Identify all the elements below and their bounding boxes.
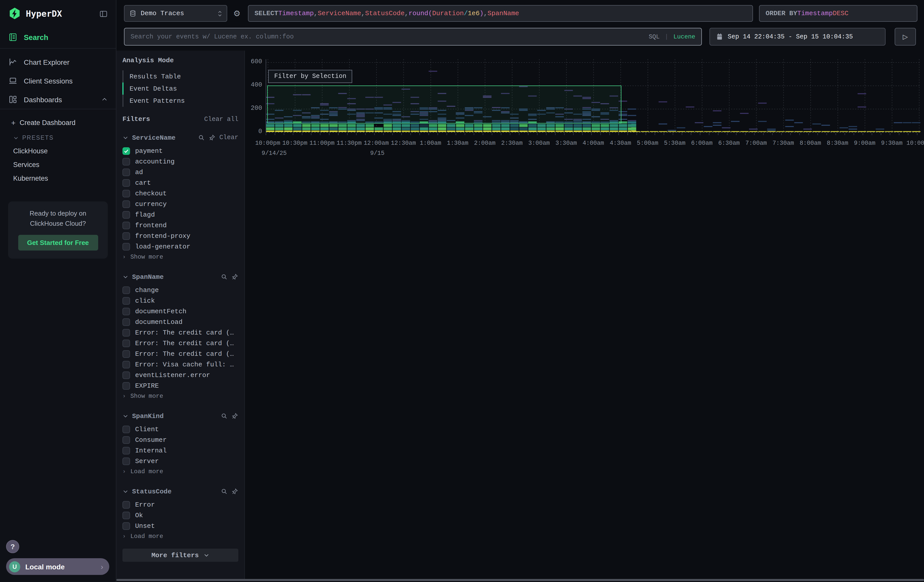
pin-icon[interactable] xyxy=(231,488,238,495)
presets-toggle[interactable]: PRESETS xyxy=(0,131,116,144)
sidebar-item-dashboards[interactable]: Dashboards xyxy=(0,90,116,109)
filter-option[interactable]: Error xyxy=(122,500,238,510)
filter-option[interactable]: frontend-proxy xyxy=(122,231,238,241)
sidebar-item-services[interactable]: Services xyxy=(0,158,116,171)
filter-option[interactable]: payment xyxy=(122,146,238,157)
local-mode-button[interactable]: U Local mode › xyxy=(6,558,109,575)
filter-option[interactable]: EXPIRE xyxy=(122,381,238,391)
checkbox[interactable] xyxy=(122,329,130,336)
checkbox[interactable] xyxy=(122,297,130,305)
checkbox[interactable] xyxy=(122,222,130,229)
checkbox[interactable] xyxy=(122,361,130,368)
chevron-down-icon[interactable] xyxy=(122,413,129,419)
filter-option[interactable]: load-generator xyxy=(122,241,238,252)
filter-option[interactable]: Unset xyxy=(122,521,238,531)
show-more-button[interactable]: ›Show more xyxy=(122,391,238,401)
filter-option[interactable]: Error: The credit card (… xyxy=(122,327,238,338)
filter-option[interactable]: checkout xyxy=(122,188,238,199)
clear-button[interactable]: Clear xyxy=(219,134,238,141)
get-started-button[interactable]: Get Started for Free xyxy=(18,235,98,251)
checkbox[interactable] xyxy=(122,158,130,165)
date-range-picker[interactable]: Sep 14 22:04:35 - Sep 15 10:04:35 xyxy=(710,28,886,46)
checkbox[interactable] xyxy=(122,522,130,530)
checkbox[interactable] xyxy=(122,243,130,251)
checkbox[interactable] xyxy=(122,190,130,197)
filter-option[interactable]: Server xyxy=(122,456,238,467)
filter-by-selection-tooltip[interactable]: Filter by Selection xyxy=(268,70,352,83)
orderby-input[interactable]: ORDER BY Timestamp DESC xyxy=(759,5,917,22)
mode-event-patterns[interactable]: Event Patterns xyxy=(122,95,238,107)
checkbox[interactable] xyxy=(122,436,130,444)
checkbox[interactable] xyxy=(122,512,130,519)
filter-option[interactable]: flagd xyxy=(122,209,238,220)
filter-option[interactable]: cart xyxy=(122,178,238,188)
more-filters-button[interactable]: More filters xyxy=(122,549,238,562)
checkbox[interactable] xyxy=(122,179,130,187)
checkbox[interactable] xyxy=(122,501,130,509)
search-icon[interactable] xyxy=(221,412,228,420)
mode-results-table[interactable]: Results Table xyxy=(122,70,238,82)
filter-option[interactable]: eventListener.error xyxy=(122,370,238,381)
filter-group-name[interactable]: SpanKind xyxy=(132,412,217,420)
search-icon[interactable] xyxy=(221,488,228,495)
filter-option[interactable]: ad xyxy=(122,167,238,178)
checkbox[interactable] xyxy=(122,447,130,455)
lang-toggle-lucene[interactable]: Lucene xyxy=(673,33,695,40)
chevron-up-icon[interactable] xyxy=(101,96,108,103)
filter-option[interactable]: documentFetch xyxy=(122,306,238,317)
create-dashboard-button[interactable]: + Create Dashboard xyxy=(0,114,116,131)
checkbox[interactable] xyxy=(122,287,130,294)
filter-option[interactable]: frontend xyxy=(122,220,238,231)
checkbox[interactable] xyxy=(122,211,130,219)
checkbox[interactable] xyxy=(122,457,130,465)
sidebar-item-clickhouse[interactable]: ClickHouse xyxy=(0,144,116,158)
checkbox[interactable] xyxy=(122,308,130,315)
chevron-down-icon[interactable] xyxy=(122,274,129,280)
filter-option[interactable]: Error: The credit card (… xyxy=(122,349,238,359)
checkbox[interactable] xyxy=(122,425,130,433)
run-query-button[interactable]: ▷ xyxy=(895,28,916,46)
sidebar-item-search[interactable]: Search xyxy=(0,26,116,48)
select-query-input[interactable]: SELECT Timestamp, ServiceName, StatusCod… xyxy=(248,5,753,22)
checkbox[interactable] xyxy=(122,147,130,155)
pin-icon[interactable] xyxy=(231,273,238,280)
checkbox[interactable] xyxy=(122,371,130,379)
search-icon[interactable] xyxy=(198,134,205,141)
filter-option[interactable]: click xyxy=(122,295,238,306)
filter-option[interactable]: change xyxy=(122,285,238,295)
filter-group-name[interactable]: SpanName xyxy=(132,273,217,280)
filter-group-name[interactable]: StatusCode xyxy=(132,488,217,495)
filter-option[interactable]: documentLoad xyxy=(122,317,238,327)
show-more-button[interactable]: ›Load more xyxy=(122,467,238,477)
heatmap-plot[interactable]: Filter by Selection xyxy=(266,58,921,136)
filter-option[interactable]: Client xyxy=(122,424,238,435)
search-icon[interactable] xyxy=(221,273,228,280)
filter-option[interactable]: currency xyxy=(122,199,238,209)
help-button[interactable]: ? xyxy=(6,540,19,553)
checkbox[interactable] xyxy=(122,200,130,208)
pin-icon[interactable] xyxy=(209,134,216,141)
checkbox[interactable] xyxy=(122,382,130,390)
checkbox[interactable] xyxy=(122,232,130,240)
gear-icon[interactable]: ⚙ xyxy=(233,8,241,18)
lang-toggle-sql[interactable]: SQL xyxy=(649,33,660,40)
sidebar-item-kubernetes[interactable]: Kubernetes xyxy=(0,171,116,185)
search-input[interactable]: Search your events w/ Lucene ex. column:… xyxy=(124,28,702,46)
checkbox[interactable] xyxy=(122,350,130,358)
checkbox[interactable] xyxy=(122,340,130,347)
clear-all-button[interactable]: Clear all xyxy=(204,115,238,123)
filter-option[interactable]: Error: The credit card (… xyxy=(122,338,238,349)
selection-rectangle[interactable] xyxy=(267,86,622,124)
filter-option[interactable]: accounting xyxy=(122,157,238,167)
filter-option[interactable]: Error: Visa cache full: … xyxy=(122,359,238,370)
horizontal-scrollbar[interactable] xyxy=(116,579,924,581)
sidebar-item-chart-explorer[interactable]: Chart Explorer xyxy=(0,53,116,71)
filter-option[interactable]: Internal xyxy=(122,445,238,456)
chevron-down-icon[interactable] xyxy=(122,488,129,495)
mode-event-deltas[interactable]: Event Deltas xyxy=(122,82,238,95)
filter-group-name[interactable]: ServiceName xyxy=(132,134,195,142)
pin-icon[interactable] xyxy=(231,412,238,420)
checkbox[interactable] xyxy=(122,168,130,176)
filter-option[interactable]: Ok xyxy=(122,510,238,521)
checkbox[interactable] xyxy=(122,318,130,326)
